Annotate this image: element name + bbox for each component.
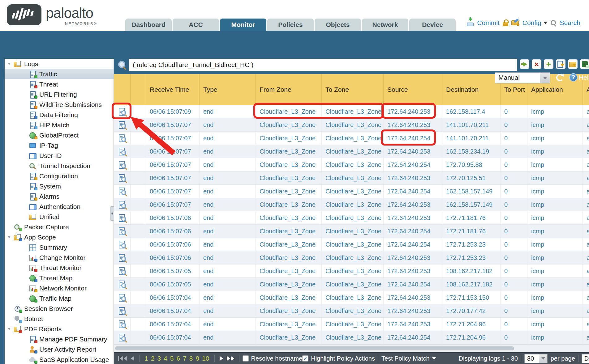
to-zone-cell[interactable]: Cloudflare_L3_Zone: [322, 211, 384, 224]
sidebar-item-traffic[interactable]: ▼ Traffic: [5, 69, 114, 79]
receive-time-cell[interactable]: 06/06 15:07:06: [146, 211, 200, 224]
destination-cell[interactable]: 172.71.253.23: [442, 238, 501, 251]
source-cell[interactable]: 172.64.240.253: [384, 118, 442, 131]
last-page-button[interactable]: [225, 356, 236, 361]
action-cell[interactable]: a: [583, 238, 589, 251]
source-cell[interactable]: 172.64.240.253: [384, 304, 442, 317]
page-number-1[interactable]: 1: [144, 355, 148, 362]
to-zone-cell[interactable]: Cloudflare_L3_Zone: [322, 105, 384, 118]
destination-cell[interactable]: 162.158.157.149: [442, 198, 501, 211]
receive-time-cell[interactable]: 06/06 15:07:07: [146, 118, 200, 131]
config-caret-icon[interactable]: [544, 22, 547, 24]
sidebar-item-configuration[interactable]: ▼ Configuration: [5, 171, 114, 181]
source-cell[interactable]: 172.64.240.254: [384, 225, 442, 238]
receive-time-cell[interactable]: 06/06 15:07:07: [146, 171, 200, 184]
action-cell[interactable]: a: [583, 251, 589, 264]
application-cell[interactable]: icmp: [527, 225, 583, 238]
application-cell[interactable]: icmp: [527, 304, 583, 317]
from-zone-cell[interactable]: Cloudflare_L3_Zone: [256, 331, 322, 344]
source-cell[interactable]: 172.64.240.253: [384, 171, 442, 184]
from-zone-cell[interactable]: Cloudflare_L3_Zone: [256, 211, 322, 224]
source-cell[interactable]: 172.64.240.253: [384, 105, 442, 118]
to-zone-cell[interactable]: Cloudflare_L3_Zone: [322, 145, 384, 158]
receive-time-cell[interactable]: 06/06 15:07:04: [146, 291, 200, 304]
source-cell[interactable]: 172.64.240.254: [384, 331, 442, 344]
source-cell[interactable]: 172.64.240.254: [384, 238, 442, 251]
destination-cell[interactable]: 172.70.177.42: [442, 304, 501, 317]
log-detail-button[interactable]: [114, 304, 131, 317]
receive-time-cell[interactable]: 06/06 15:07:04: [146, 318, 200, 331]
destination-cell[interactable]: 172.70.125.51: [442, 171, 501, 184]
sidebar-item-unified[interactable]: ▼ Unified: [5, 212, 114, 222]
page-size-dropdown-button[interactable]: [539, 354, 547, 363]
sidebar-item-system[interactable]: ▼ System: [5, 181, 114, 191]
action-cell[interactable]: a: [583, 211, 589, 224]
destination-cell[interactable]: 172.71.204.96: [442, 318, 501, 331]
application-cell[interactable]: icmp: [527, 278, 583, 291]
sidebar-item-botnet[interactable]: ▼ Botnet: [5, 314, 114, 324]
to-zone-cell[interactable]: Cloudflare_L3_Zone: [322, 158, 384, 171]
application-cell[interactable]: icmp: [527, 211, 583, 224]
destination-cell[interactable]: 172.71.181.76: [442, 211, 501, 224]
sidebar-item-session-browser[interactable]: ▼ Session Browser: [5, 303, 114, 314]
type-cell[interactable]: end: [200, 238, 256, 251]
sidebar-item-ip-tag[interactable]: ▼ IP-Tag: [5, 140, 114, 150]
sort-order-select[interactable]: DESC: [582, 354, 589, 363]
application-cell[interactable]: icmp: [527, 171, 583, 184]
source-cell[interactable]: 172.64.240.254: [384, 158, 442, 171]
type-cell[interactable]: end: [200, 304, 256, 317]
sidebar-item-saas-application-usage[interactable]: ▼ SaaS Application Usage: [5, 354, 114, 364]
log-detail-button[interactable]: [114, 211, 131, 224]
to-port-cell[interactable]: 0: [501, 211, 527, 224]
type-cell[interactable]: end: [200, 211, 256, 224]
receive-time-cell[interactable]: 06/06 15:07:07: [146, 145, 200, 158]
destination-cell[interactable]: 162.158.234.19: [442, 145, 501, 158]
tab-monitor[interactable]: Monitor: [220, 19, 266, 31]
destination-cell[interactable]: 162.158.117.4: [442, 105, 501, 118]
log-detail-button[interactable]: [114, 158, 131, 171]
to-port-cell[interactable]: 0: [501, 265, 527, 277]
to-port-cell[interactable]: 0: [501, 118, 527, 131]
log-detail-button[interactable]: [114, 225, 131, 238]
application-cell[interactable]: icmp: [527, 318, 583, 331]
from-zone-cell[interactable]: Cloudflare_L3_Zone: [256, 265, 322, 277]
page-number-10[interactable]: 10: [202, 355, 209, 362]
sidebar-item-packet-capture[interactable]: ▼ Packet Capture: [5, 222, 114, 232]
type-cell[interactable]: end: [200, 291, 256, 304]
sidebar-item-hip-match[interactable]: ▼ HIP Match: [5, 120, 114, 130]
type-cell[interactable]: end: [200, 278, 256, 291]
action-cell[interactable]: a: [583, 171, 589, 184]
destination-cell[interactable]: 108.162.217.182: [442, 265, 501, 277]
column-header-source[interactable]: Source: [384, 74, 442, 105]
application-cell[interactable]: icmp: [527, 118, 583, 131]
to-port-cell[interactable]: 0: [501, 291, 527, 304]
action-cell[interactable]: a: [583, 118, 589, 131]
log-detail-button[interactable]: [114, 318, 131, 331]
load-filter-button[interactable]: [568, 59, 578, 69]
sidebar-item-manage-pdf-summary[interactable]: ▼ Manage PDF Summary: [5, 334, 114, 344]
page-number-9[interactable]: 9: [196, 355, 200, 362]
resolve-hostname-checkbox[interactable]: [243, 355, 249, 362]
refresh-icon[interactable]: [556, 74, 564, 81]
page-number-3[interactable]: 3: [157, 355, 161, 362]
application-cell[interactable]: icmp: [527, 238, 583, 251]
source-cell[interactable]: 172.64.240.253: [384, 211, 442, 224]
type-cell[interactable]: end: [200, 185, 256, 198]
receive-time-cell[interactable]: 06/06 15:07:06: [146, 251, 200, 264]
sidebar-item-wildfire-submissions[interactable]: ▼ WildFire Submissions: [5, 99, 114, 110]
to-port-cell[interactable]: 0: [501, 225, 527, 238]
to-zone-cell[interactable]: Cloudflare_L3_Zone: [322, 318, 384, 331]
receive-time-cell[interactable]: 06/06 15:07:09: [146, 105, 200, 118]
receive-time-cell[interactable]: 06/06 15:07:06: [146, 225, 200, 238]
source-cell[interactable]: 172.64.240.253: [384, 291, 442, 304]
receive-time-cell[interactable]: 06/06 15:07:07: [146, 158, 200, 171]
log-detail-button[interactable]: [114, 118, 131, 131]
tab-policies[interactable]: Policies: [267, 19, 314, 31]
to-port-cell[interactable]: 0: [501, 185, 527, 198]
next-page-button[interactable]: [218, 356, 225, 361]
source-cell[interactable]: 172.64.240.254: [384, 132, 442, 145]
receive-time-cell[interactable]: 06/06 15:07:04: [146, 304, 200, 317]
apply-filter-button[interactable]: [520, 59, 529, 69]
to-port-cell[interactable]: 0: [501, 145, 527, 158]
clear-filter-button[interactable]: ×: [532, 59, 541, 69]
